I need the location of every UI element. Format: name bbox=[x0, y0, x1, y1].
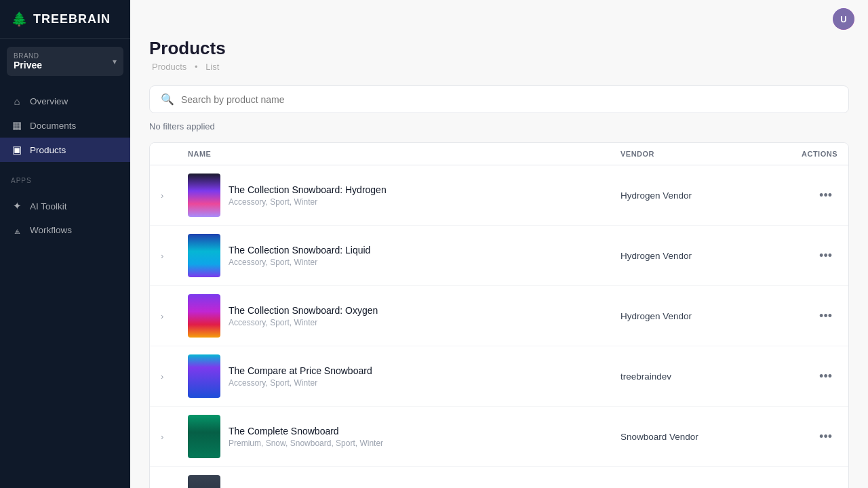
product-image bbox=[188, 354, 220, 398]
row-product: The Collection Snowboard: Oxygen Accesso… bbox=[188, 294, 620, 338]
product-image bbox=[188, 415, 220, 458]
brand-name: Privee bbox=[14, 60, 42, 70]
product-image bbox=[188, 294, 220, 338]
home-icon: ⌂ bbox=[11, 96, 23, 107]
search-bar: 🔍 bbox=[149, 85, 849, 113]
ai-toolkit-icon: ✦ bbox=[11, 200, 23, 212]
logo-icon: 🌲 bbox=[11, 11, 28, 27]
product-tags: Accessory, Sport, Winter bbox=[229, 258, 370, 267]
workflows-icon: ⟁ bbox=[11, 224, 23, 236]
main-content: U Products Products • List 🔍 No filters … bbox=[130, 0, 868, 488]
product-name: The Compare at Price Snowboard bbox=[229, 365, 372, 376]
brand-selector[interactable]: Brand Privee ▾ bbox=[7, 47, 123, 76]
sidebar-item-overview[interactable]: ⌂ Overview bbox=[0, 89, 130, 113]
row-product: The Compare at Price Snowboard Accessory… bbox=[188, 354, 620, 398]
page-title: Products bbox=[149, 38, 849, 59]
breadcrumb-list: List bbox=[205, 62, 219, 72]
row-expand-icon: › bbox=[161, 251, 188, 261]
col-header-vendor: VENDOR bbox=[620, 150, 770, 158]
product-tags: Premium, Snow, Snowboard, Sport, Winter bbox=[229, 439, 383, 448]
product-name: The Collection Snowboard: Liquid bbox=[229, 245, 370, 256]
row-actions-button[interactable]: ••• bbox=[814, 367, 837, 385]
products-table: NAME VENDOR ACTIONS › The Collection Sno… bbox=[149, 142, 849, 488]
table-row[interactable]: › The Compare at Price Snowboard Accesso… bbox=[150, 346, 848, 407]
chevron-down-icon: ▾ bbox=[113, 57, 117, 66]
product-info: The Collection Snowboard: Oxygen Accesso… bbox=[229, 305, 378, 327]
sidebar-item-products-label: Products bbox=[30, 145, 66, 155]
sidebar-item-workflows-label: Workflows bbox=[30, 225, 72, 235]
main-nav: ⌂ Overview ▦ Documents ▣ Products bbox=[0, 84, 130, 167]
breadcrumb: Products • List bbox=[149, 62, 849, 72]
breadcrumb-separator: • bbox=[195, 62, 198, 72]
filter-status: No filters applied bbox=[149, 121, 849, 131]
logo-text: TREEBRAIN bbox=[33, 12, 111, 26]
col-header-expand bbox=[161, 150, 188, 158]
apps-nav: ✦ AI Toolkit ⟁ Workflows bbox=[0, 188, 130, 247]
product-image bbox=[188, 475, 220, 488]
product-name: The Collection Snowboard: Oxygen bbox=[229, 305, 378, 316]
apps-section-label: APPS bbox=[0, 167, 130, 188]
row-expand-icon: › bbox=[161, 311, 188, 321]
row-vendor: Hydrogen Vendor bbox=[620, 251, 770, 261]
products-icon: ▣ bbox=[11, 144, 23, 156]
col-header-name: NAME bbox=[188, 150, 620, 158]
logo-area: 🌲 TREEBRAIN bbox=[0, 0, 130, 39]
product-image bbox=[188, 234, 220, 277]
table-row[interactable]: › The Collection Snowboard: Hydrogen Acc… bbox=[150, 165, 848, 226]
col-header-actions: ACTIONS bbox=[770, 150, 837, 158]
row-actions: ••• bbox=[770, 186, 837, 204]
product-name: The Collection Snowboard: Hydrogen bbox=[229, 184, 387, 195]
avatar[interactable]: U bbox=[833, 8, 854, 30]
product-tags: Accessory, Sport, Winter bbox=[229, 197, 387, 207]
search-input[interactable] bbox=[181, 94, 837, 105]
product-info: The Compare at Price Snowboard Accessory… bbox=[229, 365, 372, 388]
row-expand-icon: › bbox=[161, 190, 188, 201]
documents-icon: ▦ bbox=[11, 119, 23, 131]
content-area: Products Products • List 🔍 No filters ap… bbox=[130, 38, 868, 488]
search-icon: 🔍 bbox=[161, 93, 174, 106]
row-product: The Collection Snowboard: Hydrogen Acces… bbox=[188, 174, 620, 217]
row-vendor: Snowboard Vendor bbox=[620, 432, 770, 442]
row-actions-button[interactable]: ••• bbox=[814, 186, 837, 204]
row-expand-icon: › bbox=[161, 432, 188, 442]
row-vendor: Hydrogen Vendor bbox=[620, 190, 770, 201]
product-image bbox=[188, 174, 220, 217]
table-row[interactable]: › The Complete Snowboard Premium, Snow, … bbox=[150, 407, 848, 467]
table-row[interactable]: › The Collection Snowboard: Liquid Acces… bbox=[150, 226, 848, 286]
row-vendor: Hydrogen Vendor bbox=[620, 311, 770, 321]
row-actions-button[interactable]: ••• bbox=[814, 247, 837, 264]
row-actions: ••• bbox=[770, 428, 837, 445]
row-product: The Collection Snowboard: Liquid Accesso… bbox=[188, 234, 620, 277]
brand-label: Brand bbox=[14, 52, 42, 60]
row-actions: ••• bbox=[770, 247, 837, 264]
product-tags: Accessory, Sport, Winter bbox=[229, 318, 378, 327]
row-actions: ••• bbox=[770, 367, 837, 385]
product-info: The Collection Snowboard: Liquid Accesso… bbox=[229, 245, 370, 267]
row-actions-button[interactable]: ••• bbox=[814, 307, 837, 325]
row-actions-button[interactable]: ••• bbox=[814, 428, 837, 445]
row-expand-icon: › bbox=[161, 371, 188, 382]
svg-text:U: U bbox=[840, 14, 846, 24]
sidebar-item-ai-toolkit-label: AI Toolkit bbox=[30, 201, 67, 211]
table-row[interactable]: › The Draft Snowboard Snowboard Vendor •… bbox=[150, 467, 848, 488]
product-name: The Complete Snowboard bbox=[229, 426, 383, 436]
breadcrumb-products: Products bbox=[152, 62, 186, 72]
product-info: The Collection Snowboard: Hydrogen Acces… bbox=[229, 184, 387, 207]
row-vendor: treebraindev bbox=[620, 371, 770, 382]
sidebar-item-documents[interactable]: ▦ Documents bbox=[0, 113, 130, 138]
sidebar-item-ai-toolkit[interactable]: ✦ AI Toolkit bbox=[0, 194, 130, 218]
row-actions: ••• bbox=[770, 307, 837, 325]
sidebar-item-workflows[interactable]: ⟁ Workflows bbox=[0, 218, 130, 242]
sidebar-item-products[interactable]: ▣ Products bbox=[0, 138, 130, 162]
row-product: The Draft Snowboard bbox=[188, 475, 620, 488]
product-tags: Accessory, Sport, Winter bbox=[229, 378, 372, 388]
sidebar: 🌲 TREEBRAIN Brand Privee ▾ ⌂ Overview ▦ … bbox=[0, 0, 130, 488]
topbar: U bbox=[130, 0, 868, 38]
row-product: The Complete Snowboard Premium, Snow, Sn… bbox=[188, 415, 620, 458]
table-header: NAME VENDOR ACTIONS bbox=[150, 143, 848, 165]
sidebar-item-overview-label: Overview bbox=[30, 96, 68, 106]
table-row[interactable]: › The Collection Snowboard: Oxygen Acces… bbox=[150, 286, 848, 346]
sidebar-item-documents-label: Documents bbox=[30, 121, 76, 131]
product-info: The Complete Snowboard Premium, Snow, Sn… bbox=[229, 426, 383, 448]
